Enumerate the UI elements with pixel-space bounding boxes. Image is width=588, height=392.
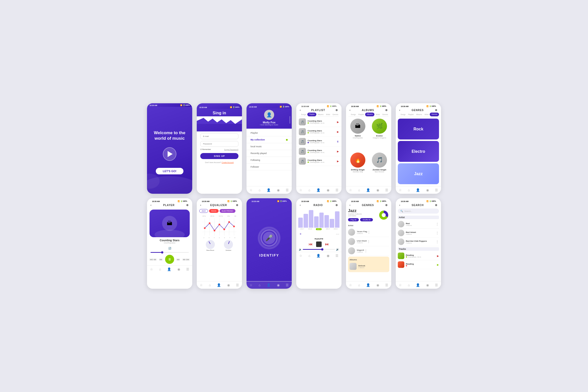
nav-menu-r[interactable]: ☰	[335, 254, 338, 258]
play-all-button[interactable]: Play All	[348, 218, 359, 221]
nav-star-gn[interactable]: ☆	[399, 188, 402, 192]
password-input[interactable]	[200, 141, 238, 147]
tab-genres-gn[interactable]: Genres	[430, 113, 439, 116]
album-card-2[interactable]: 🌿 Evolve Imagine Dragons	[370, 119, 389, 151]
nav-home-pl[interactable]: ⌂	[308, 188, 310, 192]
radio-dots-right[interactable]: • • •	[336, 233, 339, 235]
add-station-button[interactable]: ＋	[299, 232, 302, 236]
nav-radio-gn[interactable]: ◉	[426, 188, 429, 192]
search-more-1[interactable]: ⋮	[435, 222, 439, 226]
nav-user-r[interactable]: 👤	[316, 254, 320, 258]
nav-menu-gd[interactable]: ☰	[385, 283, 388, 287]
song-row[interactable]: 🎵 Counting Stars OneRepublic05:43 ▶	[296, 117, 341, 127]
nav-home-sr[interactable]: ⌂	[408, 283, 410, 287]
nav-user-pl[interactable]: 👤	[316, 188, 320, 192]
vol-bar[interactable]	[303, 249, 335, 250]
album-row-1[interactable]: Bellowk 2 albums	[350, 262, 388, 271]
song-row[interactable]: 🎵 Counting Stars OneRepublic05:43 ⏸	[296, 137, 341, 146]
signup-button[interactable]: SING UP	[200, 153, 238, 159]
nav-menu[interactable]: ☰	[286, 188, 289, 192]
forget-password-link[interactable]: Forget Password?	[224, 149, 238, 151]
gear-icon-search[interactable]: ⚙	[435, 204, 437, 207]
nav-user-gn[interactable]: 👤	[416, 188, 420, 192]
tab-artist-al[interactable]: Artist	[374, 113, 381, 116]
next-button[interactable]: ⏭	[177, 257, 180, 261]
tab-playlist-gn[interactable]: Playlist	[407, 113, 415, 116]
create-account-link[interactable]: Create Account	[222, 162, 234, 163]
freq-3[interactable]: 103.3	[326, 228, 330, 230]
tab-artist[interactable]: Artist	[325, 113, 331, 116]
artist-row-2[interactable]: Uran Etwet 4 albums ⋮	[348, 237, 389, 246]
nav-star-eq[interactable]: ☆	[200, 283, 203, 287]
back-arrow-radio[interactable]: ‹	[300, 204, 301, 207]
radio-next-button[interactable]: ⏭	[325, 242, 329, 247]
email-input[interactable]	[200, 133, 238, 139]
shuffle-all-button[interactable]: Shuffle All	[360, 218, 373, 221]
prev-button[interactable]: ⏮	[159, 257, 163, 261]
nav-user-gd[interactable]: 👤	[366, 283, 370, 287]
search-artist-row-3[interactable]: Red Hot Chili Peppers 2 albums ⋮	[398, 237, 439, 246]
nav-user-al[interactable]: 👤	[366, 188, 370, 192]
tab-artist-gn[interactable]: Artist	[423, 113, 430, 116]
song-row[interactable]: 🎵 Counting Stars OneRepublic05:43 ▶	[296, 156, 341, 166]
song-row[interactable]: 🎵 Counting Stars OneRepublic05:43 ▶	[296, 146, 341, 156]
tab-albums[interactable]: Albums	[316, 113, 325, 116]
freq-1[interactable]: 101.7	[300, 228, 304, 230]
back-arrow-genres[interactable]: ‹	[399, 109, 400, 112]
nav-star-gd[interactable]: ☆	[349, 283, 352, 287]
gear-icon-player[interactable]: ⚙	[186, 204, 189, 207]
nav-star-al[interactable]: ☆	[349, 188, 352, 192]
song-row[interactable]: 🎵 Counting Stars OneRepublic05:43 ▶	[296, 127, 341, 137]
nav-star[interactable]: ☆	[250, 188, 253, 192]
nav-radio-id[interactable]: ◉	[277, 283, 280, 287]
play-pause-button[interactable]: ⏸	[165, 255, 174, 264]
nav-menu-sr[interactable]: ☰	[435, 283, 438, 287]
nav-user-id[interactable]: 👤	[267, 283, 271, 287]
play-button-welcome[interactable]	[163, 147, 176, 161]
freq-4[interactable]: 103.8	[334, 228, 337, 230]
tab-jazz-eq[interactable]: JAZZ	[199, 209, 208, 213]
nav-user-sr[interactable]: 👤	[416, 283, 420, 287]
play-icon-4[interactable]: ▶	[337, 150, 339, 153]
tab-genres-al[interactable]: Genres	[381, 113, 389, 116]
artist-more-2[interactable]: ⋮	[367, 239, 370, 243]
nav-user[interactable]: 👤	[267, 188, 271, 192]
tab-albums-gn[interactable]: Albums	[415, 113, 423, 116]
nav-menu-eq[interactable]: ☰	[236, 283, 239, 287]
nav-star-p[interactable]: ☆	[150, 267, 153, 271]
gear-icon-eq[interactable]: ⚙	[236, 204, 238, 207]
bass-boost-knob[interactable]	[206, 240, 215, 249]
nav-home-id[interactable]: ⌂	[259, 283, 261, 287]
prev-prev-button[interactable]: ⏮⏮	[150, 257, 157, 261]
artist-row-3[interactable]: Magenfr 2 albums ⋮	[348, 246, 389, 256]
menu-item-local[interactable]: local music	[247, 143, 292, 150]
gear-icon-genres[interactable]: ⚙	[435, 109, 437, 112]
gear-icon-albums[interactable]: ⚙	[385, 109, 388, 112]
album-card-1[interactable]: 🏔 Native OneRepublic	[348, 119, 368, 151]
play-icon-1[interactable]: ▶	[337, 121, 339, 123]
tab-songs[interactable]: Songs	[300, 113, 307, 116]
nav-user-p[interactable]: 👤	[167, 267, 171, 271]
tab-electronic-eq[interactable]: ELECTRONIC	[220, 209, 235, 213]
nav-home-p[interactable]: ⌂	[159, 267, 161, 271]
nav-radio[interactable]: ◉	[277, 188, 280, 192]
pause-icon-3[interactable]: ⏸	[336, 140, 339, 143]
radio-prev-button[interactable]: ⏮	[309, 242, 313, 247]
back-arrow-albums[interactable]: ‹	[350, 109, 351, 112]
nav-radio-eq[interactable]: ◉	[227, 283, 230, 287]
nav-home-al[interactable]: ⌂	[358, 188, 360, 192]
nav-menu-pl[interactable]: ☰	[335, 188, 338, 192]
gear-icon-radio[interactable]: ⚙	[335, 204, 338, 207]
back-arrow-search[interactable]: ‹	[399, 204, 400, 207]
search-track-row-1[interactable]: Reading OneRepublic 05:43 ▶	[398, 252, 439, 260]
menu-item-collection[interactable]: My collection	[247, 136, 292, 143]
artist-row-1[interactable]: Yeram Plag 3 albums ⋮	[348, 228, 389, 237]
genre-electro[interactable]: Electro	[398, 141, 439, 162]
menu-item-playlist[interactable]: Playlist	[247, 130, 292, 136]
nav-star-id[interactable]: ☆	[250, 283, 253, 287]
virtulizer-knob[interactable]	[224, 240, 233, 249]
nav-star-r[interactable]: ☆	[299, 254, 302, 258]
tab-playlist[interactable]: Playlist	[307, 113, 316, 116]
tab-playlist-al[interactable]: Playlist	[357, 113, 365, 116]
nav-radio-p[interactable]: ◉	[177, 267, 180, 271]
